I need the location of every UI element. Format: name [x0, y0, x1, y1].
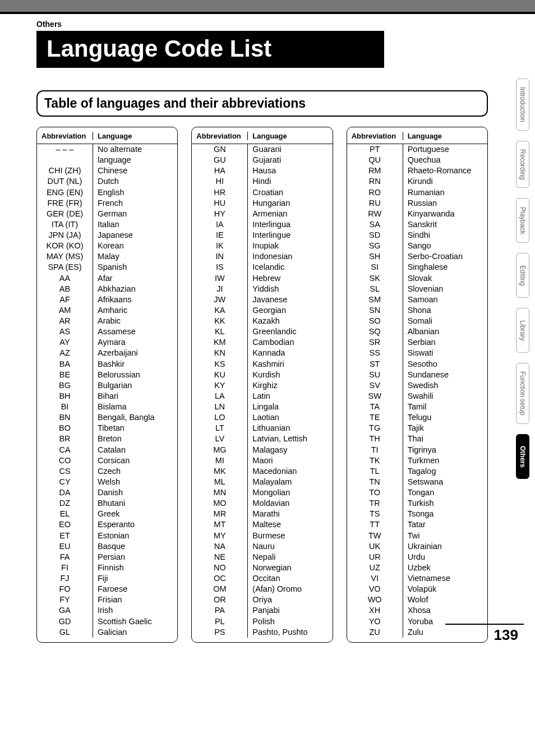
- abbr-cell: ML: [192, 477, 248, 487]
- lang-cell: No alternate language: [93, 144, 177, 165]
- abbr-cell: IK: [192, 241, 248, 251]
- abbr-cell: RU: [347, 198, 403, 209]
- lang-cell: Inupiak: [248, 241, 332, 251]
- lang-cell: Malagasy: [248, 445, 332, 455]
- side-tab-library[interactable]: Library: [516, 308, 529, 353]
- lang-cell: Bislama: [93, 402, 177, 412]
- lang-cell: Estonian: [93, 531, 177, 541]
- header-abbr: Abbreviation: [37, 132, 93, 140]
- table-row: DADanish: [37, 487, 177, 498]
- lang-cell: Kazakh: [248, 316, 332, 326]
- table-row: NONorwegian: [192, 563, 332, 573]
- abbr-cell: IS: [192, 262, 248, 273]
- abbr-cell: FA: [37, 552, 93, 563]
- abbr-cell: TL: [347, 466, 403, 477]
- abbr-cell: DA: [37, 487, 93, 498]
- table-row: VIVietnamese: [347, 573, 487, 584]
- lang-cell: Macedonian: [248, 466, 332, 477]
- page-content: Others Language Code List Table of langu…: [0, 20, 535, 648]
- abbr-cell: GA: [37, 605, 93, 616]
- table-row: MAY (MS)Malay: [37, 251, 177, 262]
- abbr-cell: AB: [37, 284, 93, 294]
- abbr-cell: CA: [37, 445, 93, 455]
- abbr-cell: SD: [347, 230, 403, 241]
- abbr-cell: ET: [37, 531, 93, 541]
- abbr-cell: PL: [192, 616, 248, 627]
- table-row: SUSundanese: [347, 370, 487, 380]
- abbr-cell: AF: [37, 294, 93, 305]
- abbr-cell: KK: [192, 316, 248, 326]
- table-row: IWHebrew: [192, 273, 332, 284]
- lang-cell: Kashmiri: [248, 359, 332, 370]
- language-column: AbbreviationLanguagePTPortugueseQUQuechu…: [347, 127, 488, 643]
- header-lang: Language: [248, 132, 332, 140]
- abbr-cell: CS: [37, 466, 93, 477]
- lang-cell: Gujarati: [248, 155, 332, 165]
- abbr-cell: CO: [37, 455, 93, 466]
- table-row: AYAymara: [37, 337, 177, 348]
- table-row: NENepali: [192, 552, 332, 563]
- lang-cell: Cambodian: [248, 337, 332, 348]
- abbr-cell: QU: [347, 155, 403, 165]
- lang-cell: Maori: [248, 455, 332, 466]
- lang-cell: Spanish: [93, 262, 177, 273]
- lang-cell: Polish: [248, 616, 332, 627]
- table-row: KYKirghiz: [192, 380, 332, 391]
- lang-cell: Persian: [93, 552, 177, 563]
- abbr-cell: TS: [347, 509, 403, 519]
- abbr-cell: SPA (ES): [37, 262, 93, 273]
- table-row: LOLaotian: [192, 412, 332, 423]
- abbr-cell: HU: [192, 198, 248, 209]
- abbr-cell: BR: [37, 434, 93, 444]
- abbr-cell: RW: [347, 209, 403, 219]
- table-row: TETelugu: [347, 412, 487, 423]
- abbr-cell: SR: [347, 337, 403, 348]
- table-row: TSTsonga: [347, 509, 487, 519]
- lang-cell: Turkmen: [403, 455, 487, 466]
- abbr-cell: DUT (NL): [37, 176, 93, 187]
- lang-cell: Turkish: [403, 498, 487, 509]
- abbr-cell: BH: [37, 391, 93, 402]
- lang-cell: Maltese: [248, 519, 332, 530]
- abbr-cell: LN: [192, 402, 248, 412]
- table-row: SQAlbanian: [347, 326, 487, 337]
- table-row: RURussian: [347, 198, 487, 209]
- table-row: PAPanjabi: [192, 605, 332, 616]
- side-tab-recording[interactable]: Recording: [516, 141, 529, 188]
- table-row: OROriya: [192, 594, 332, 605]
- lang-cell: Singhalese: [403, 262, 487, 273]
- lang-cell: Wolof: [403, 594, 487, 605]
- table-row: CHI (ZH)Chinese: [37, 165, 177, 176]
- lang-cell: Armenian: [248, 209, 332, 219]
- side-tab-playback[interactable]: Playback: [516, 198, 529, 243]
- table-row: RMRhaeto-Romance: [347, 165, 487, 176]
- table-row: MKMacedonian: [192, 466, 332, 477]
- lang-cell: Quechua: [403, 155, 487, 165]
- lang-cell: Finnish: [93, 563, 177, 573]
- abbr-cell: MN: [192, 487, 248, 498]
- table-row: BRBreton: [37, 434, 177, 444]
- side-tab-others[interactable]: Others: [516, 434, 529, 479]
- language-column: AbbreviationLanguage– – –No alternate la…: [36, 127, 178, 643]
- abbr-cell: BE: [37, 370, 93, 380]
- side-tab-editing[interactable]: Editing: [516, 253, 529, 298]
- abbr-cell: MY: [192, 531, 248, 541]
- lang-cell: Mongolian: [248, 487, 332, 498]
- lang-cell: Sango: [403, 241, 487, 251]
- table-row: KOR (KO)Korean: [37, 241, 177, 251]
- lang-cell: Albanian: [403, 326, 487, 337]
- table-row: ITA (IT)Italian: [37, 219, 177, 230]
- lang-cell: Icelandic: [248, 262, 332, 273]
- table-row: SDSindhi: [347, 230, 487, 241]
- table-row: MYBurmese: [192, 531, 332, 541]
- abbr-cell: LT: [192, 423, 248, 434]
- lang-cell: Burmese: [248, 531, 332, 541]
- lang-cell: Kannada: [248, 348, 332, 358]
- table-row: ISIcelandic: [192, 262, 332, 273]
- table-row: TITigrinya: [347, 445, 487, 455]
- side-tab-function-setup[interactable]: Function setup: [516, 363, 529, 424]
- table-row: MGMalagasy: [192, 445, 332, 455]
- side-tab-introduction[interactable]: Introduction: [516, 79, 529, 131]
- lang-cell: Nauru: [248, 541, 332, 552]
- table-row: BOTibetan: [37, 423, 177, 434]
